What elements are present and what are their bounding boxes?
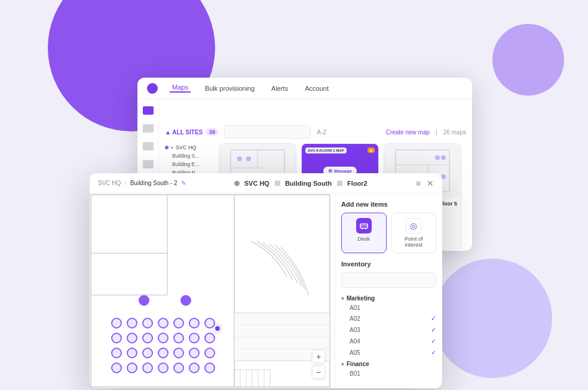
floor-editor-window: SVC HQ › Building South - 2 ✎ ◎ SVC HQ ▦… <box>90 173 442 388</box>
edit-icon[interactable]: ✎ <box>181 180 186 186</box>
zoom-out-button[interactable]: − <box>312 366 325 379</box>
all-sites-label: ▲ ALL SITES <box>165 129 203 136</box>
title-site: SVC HQ <box>244 180 270 187</box>
maps-search-input[interactable] <box>224 125 311 139</box>
svg-point-13 <box>441 155 446 160</box>
maps-total-count: 26 maps <box>443 129 466 136</box>
tree-label-building-s: Building S... <box>172 153 199 159</box>
close-button[interactable]: ✕ <box>427 179 434 188</box>
bg-decoration-circle-medium <box>433 259 552 378</box>
breadcrumb-site: SVC HQ <box>98 180 121 186</box>
zoom-in-button[interactable]: + <box>312 350 325 363</box>
nav-maps[interactable]: Maps <box>170 84 191 93</box>
sort-label[interactable]: A-Z <box>317 129 326 136</box>
floor-body: ⤡ <box>90 194 442 388</box>
breadcrumb: SVC HQ › Building South - 2 ✎ <box>98 180 186 186</box>
nav-account[interactable]: Account <box>302 85 331 92</box>
desk-circle[interactable] <box>158 363 169 373</box>
desk-circle[interactable] <box>173 333 184 343</box>
inv-item-b01[interactable]: B01 <box>341 368 436 379</box>
desk-circle[interactable] <box>111 348 122 358</box>
desk-circle[interactable] <box>127 333 137 343</box>
inv-check-a04: ✓ <box>431 337 436 345</box>
desk-circle[interactable] <box>158 348 169 358</box>
inv-item-b01-label: B01 <box>350 370 360 377</box>
tree-item-building-e[interactable]: Building E... <box>165 160 219 168</box>
desk-circle[interactable] <box>158 318 169 328</box>
nav-bulk-provisioning[interactable]: Bulk provisioning <box>203 85 257 92</box>
desk-circle[interactable] <box>173 348 184 358</box>
desk-circle[interactable] <box>204 348 215 358</box>
floor-plan-area[interactable]: ⤡ <box>90 194 335 388</box>
inv-item-a01[interactable]: A01 <box>341 303 436 313</box>
desk-circle[interactable] <box>127 348 137 358</box>
tree-item-svchq[interactable]: ▾ SVC HQ <box>165 143 219 152</box>
inv-item-a02[interactable]: A02 ✓ <box>341 313 436 324</box>
card-top-badge: ● <box>368 148 375 153</box>
list-view-icon[interactable]: ≡ <box>416 179 421 188</box>
inv-group-finance[interactable]: ▾ Finance <box>341 358 436 368</box>
floor-topbar-right: ≡ ✕ <box>416 179 434 188</box>
inv-check-a03: ✓ <box>431 326 436 334</box>
inv-item-a02-label: A02 <box>350 315 360 322</box>
desk-circle[interactable] <box>142 333 153 343</box>
inv-item-a03[interactable]: A03 ✓ <box>341 324 436 336</box>
nav-alerts[interactable]: Alerts <box>269 85 290 92</box>
inv-group-marketing-label: Marketing <box>347 295 375 302</box>
desk-circle[interactable] <box>158 333 169 343</box>
desk-circle[interactable] <box>189 348 200 358</box>
poi-add-label: Point of interest <box>396 236 433 248</box>
desk-add-card[interactable]: Desk <box>341 213 387 253</box>
desk-circle[interactable] <box>189 363 200 373</box>
svg-point-4 <box>246 156 251 161</box>
desk-circle[interactable] <box>189 318 200 328</box>
all-sites-filter[interactable]: ▲ ALL SITES 26 <box>165 128 218 136</box>
desk-circle[interactable] <box>142 363 153 373</box>
create-map-link[interactable]: Create new map <box>386 129 430 136</box>
desk-circle[interactable] <box>204 333 215 343</box>
inv-item-a04[interactable]: A04 ✓ <box>341 336 436 347</box>
desk-icon <box>356 218 372 234</box>
tree-dot <box>165 146 169 149</box>
desk-circle[interactable] <box>142 348 153 358</box>
desk-circle[interactable] <box>127 318 137 328</box>
cursor-dot <box>214 325 221 332</box>
title-building: Building South <box>285 180 332 187</box>
floor-title-bar: ◎ SVC HQ ▦ Building South ▦ Floor2 <box>234 179 368 187</box>
right-panel: Add new items Desk <box>335 194 442 388</box>
desk-circle[interactable] <box>204 363 215 373</box>
inv-item-a05[interactable]: A05 ✓ <box>341 347 436 358</box>
add-items-grid: Desk ◎ Point of interest <box>341 213 436 253</box>
desk-circle[interactable] <box>173 363 184 373</box>
sidebar-icon-map[interactable] <box>143 106 154 115</box>
maps-topbar: Maps Bulk provisioning Alerts Account <box>137 78 472 99</box>
sites-count-badge: 26 <box>206 128 218 136</box>
map-controls: + − <box>312 350 325 379</box>
tree-item-building-s[interactable]: Building S... <box>165 152 219 160</box>
sidebar-icon-settings[interactable] <box>143 160 154 168</box>
floor-topbar: SVC HQ › Building South - 2 ✎ ◎ SVC HQ ▦… <box>90 173 442 194</box>
sidebar-icon-person[interactable] <box>143 142 154 151</box>
desk-circle[interactable] <box>189 333 200 343</box>
sidebar-icon-grid[interactable] <box>143 124 154 133</box>
add-items-title: Add new items <box>341 201 436 208</box>
desk-circle[interactable] <box>111 363 122 373</box>
card-title-badge: SVC-5-FLOOR 1 MAP <box>305 148 347 153</box>
desk-circle[interactable] <box>139 295 149 306</box>
title-floor: Floor2 <box>347 180 368 187</box>
maps-count-label: | <box>436 129 437 136</box>
desk-circle[interactable] <box>127 363 137 373</box>
desk-circle[interactable] <box>180 295 191 306</box>
desk-circle[interactable] <box>111 333 122 343</box>
desk-circle[interactable] <box>142 318 153 328</box>
bg-decoration-circle-small <box>492 24 564 96</box>
poi-icon: ◎ <box>406 218 421 234</box>
poi-add-card[interactable]: ◎ Point of interest <box>391 213 437 253</box>
app-logo <box>147 83 158 94</box>
inventory-search-input[interactable] <box>341 272 436 288</box>
svg-point-12 <box>435 155 440 160</box>
desk-circle[interactable] <box>111 318 122 328</box>
inv-item-a04-label: A04 <box>350 338 360 345</box>
inv-group-marketing[interactable]: ▾ Marketing <box>341 293 436 303</box>
desk-circle[interactable] <box>173 318 184 328</box>
